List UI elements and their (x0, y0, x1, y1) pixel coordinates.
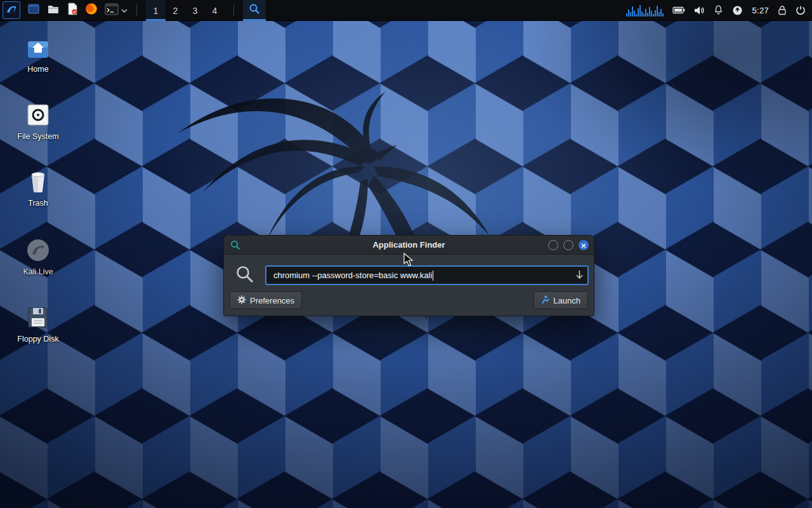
window-buttons-icon (27, 3, 40, 18)
search-icon (235, 265, 254, 286)
window-titlebar[interactable]: Application Finder (224, 236, 594, 255)
desktop-icon-label: Home (6, 65, 70, 74)
lock-icon[interactable] (778, 0, 787, 20)
kali-menu-icon (4, 2, 18, 18)
updates-icon[interactable] (732, 0, 743, 20)
desktop-icon-file-system[interactable]: File System (6, 102, 70, 141)
file-system-icon (6, 102, 70, 128)
desktop-screen: 1 2 3 4 (0, 0, 812, 508)
terminal-icon (105, 3, 119, 18)
gear-icon (237, 295, 246, 306)
chevron-down-icon[interactable] (121, 4, 128, 16)
firefox-launcher[interactable] (85, 0, 98, 20)
window-controls (548, 240, 589, 250)
workspace-2[interactable]: 2 (166, 0, 185, 21)
workspace-3-label: 3 (193, 6, 198, 16)
desktop-icon-trash[interactable]: Trash (6, 169, 70, 208)
preferences-button-label: Preferences (250, 296, 294, 305)
workspace-3[interactable]: 3 (185, 0, 205, 21)
home-icon (6, 35, 70, 60)
panel-right-group: 5:27 (626, 0, 812, 20)
terminal-launcher[interactable] (105, 0, 128, 20)
preferences-button[interactable]: Preferences (230, 291, 302, 309)
desktop-icon-kali-live[interactable]: Kali Live (6, 237, 70, 276)
kali-menu-button[interactable] (3, 1, 20, 19)
desktop-icon-label: Kali Live (6, 267, 70, 276)
trash-icon (6, 169, 70, 194)
workspace-1-label: 1 (154, 6, 159, 16)
floppy-disk-icon (6, 305, 70, 330)
application-finder-window-icon (230, 240, 240, 253)
minimize-button[interactable] (548, 240, 558, 250)
mouse-cursor (403, 253, 415, 268)
top-panel: 1 2 3 4 (0, 0, 812, 21)
file-manager-icon (47, 3, 60, 18)
search-icon (249, 3, 260, 17)
panel-clock[interactable]: 5:27 (752, 6, 769, 15)
volume-icon[interactable] (694, 0, 705, 20)
battery-icon[interactable] (672, 0, 685, 20)
workspace-2-label: 2 (173, 6, 178, 16)
text-editor-icon (67, 3, 78, 18)
input-dropdown-arrow-icon[interactable] (575, 270, 584, 282)
show-desktop-button[interactable] (27, 0, 40, 20)
close-button[interactable] (579, 240, 589, 250)
panel-separator (233, 4, 234, 16)
launch-button-label: Launch (553, 296, 580, 305)
notifications-bell-icon[interactable] (714, 0, 723, 20)
cpu-graph-icon[interactable] (626, 4, 664, 17)
kali-live-icon (6, 237, 70, 263)
command-input[interactable]: chromium --password-store=basic www.kali (265, 265, 589, 285)
application-finder-window: Application Finder (223, 235, 594, 316)
desktop-icon-label: Floppy Disk (6, 335, 70, 344)
power-icon[interactable] (796, 0, 806, 20)
close-icon (581, 239, 586, 251)
launch-icon (541, 295, 549, 306)
launch-button[interactable]: Launch (534, 291, 588, 309)
desktop-icon-label: File System (6, 132, 70, 141)
firefox-icon (85, 3, 98, 18)
desktop-icon-label: Trash (6, 199, 70, 208)
workspace-1[interactable]: 1 (146, 0, 166, 21)
maximize-button[interactable] (563, 240, 573, 250)
workspace-pager: 1 2 3 4 (146, 0, 225, 20)
text-caret (433, 271, 433, 281)
taskbar-application-finder[interactable] (243, 0, 266, 21)
workspace-4-label: 4 (213, 6, 218, 16)
workspace-4[interactable]: 4 (205, 0, 225, 21)
panel-left-group: 1 2 3 4 (0, 0, 266, 20)
command-input-value: chromium --password-store=basic www.kali (273, 271, 432, 280)
desktop-icon-floppy-disk[interactable]: Floppy Disk (6, 305, 70, 344)
window-title: Application Finder (224, 240, 594, 250)
text-editor-launcher[interactable] (67, 0, 78, 20)
panel-separator (136, 4, 137, 16)
file-manager-launcher[interactable] (47, 0, 60, 20)
desktop-icon-home[interactable]: Home (6, 35, 70, 74)
